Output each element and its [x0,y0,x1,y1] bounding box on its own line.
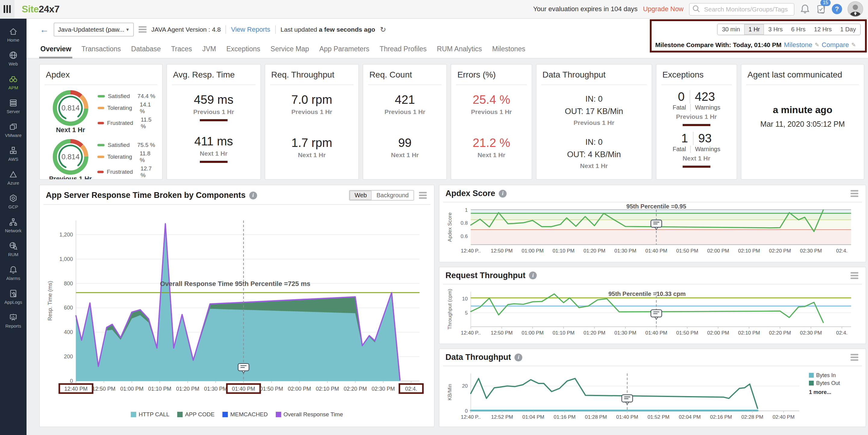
back-arrow-button[interactable]: ← [40,24,49,35]
info-icon[interactable]: i [529,271,537,279]
svg-text:01:52 PM: 01:52 PM [647,414,670,420]
upgrade-now-link[interactable]: Upgrade Now [643,5,684,13]
sidebar-item-alarms[interactable]: Alarms [0,261,27,285]
sidebar-item-network[interactable]: Network [0,213,27,237]
svg-text:02:40 PM: 02:40 PM [773,414,795,420]
monitor-selector-dropdown[interactable]: Java-Updatetest (paw... ▼ [54,23,134,36]
search-input[interactable] [689,3,795,16]
req-throughput-card: Req. Throughput 7.0 rpmPrevious 1 Hr 1.7… [265,64,359,180]
tab-jvm[interactable]: JVM [202,45,216,59]
toggle-web[interactable]: Web [350,191,372,200]
range-1hr[interactable]: 1 Hr [744,24,764,35]
info-icon[interactable]: i [249,192,257,199]
svg-text:0.814: 0.814 [61,104,80,112]
maroon-underline-annotation [683,124,710,126]
tab-overview[interactable]: Overview [40,45,71,59]
legend-item[interactable]: HTTP CALL [131,411,169,418]
apdex-gauge-previous: 0.814 Previous 1 Hr Satisfied 75.5 % Tol… [46,138,156,180]
bell-icon [800,4,810,14]
user-avatar[interactable] [847,1,863,17]
rum-globe-magnifier-icon [8,241,18,251]
sidebar-item-gcp[interactable]: GCP [0,189,27,213]
svg-text:0: 0 [70,378,73,384]
notifications-button[interactable]: 15 [815,4,827,14]
svg-text:01:28 PM: 01:28 PM [585,414,607,420]
main-area: Apdex 0.814 Next 1 Hr Satisfied 74.4 % T… [27,59,868,435]
tab-exceptions[interactable]: Exceptions [226,45,260,59]
apdex-score-chart-svg: 0.60.8195th Percentile =0.9512:40 P..12:… [445,202,860,256]
chart-menu-icon[interactable] [849,353,860,362]
sidebar-item-vmware[interactable]: VMware [0,118,27,142]
legend-item[interactable]: Overall Response Time [276,411,343,418]
tab-service-map[interactable]: Service Map [271,45,309,59]
edit-icon[interactable]: ✎ [851,41,856,48]
range-30min[interactable]: 30 min [718,24,744,35]
svg-text:01:00 PM: 01:00 PM [522,330,544,336]
sidebar-item-server[interactable]: Server [0,94,27,118]
request-throughput-panel: Request Throughput i 51095th Percentile … [439,267,866,345]
request-throughput-chart-svg: 51095th Percentile =10.33 cpm12:40 P..12… [445,285,860,338]
svg-text:02:10 PM: 02:10 PM [738,248,760,254]
svg-text:02:4.: 02:4. [405,386,417,392]
alerts-bell-button[interactable] [800,4,810,14]
toggle-background[interactable]: Background [372,191,413,200]
svg-text:01:30 PM: 01:30 PM [204,386,227,392]
tab-database[interactable]: Database [131,45,161,59]
edit-icon[interactable]: ✎ [815,41,819,48]
svg-text:12:40 P..: 12:40 P.. [461,248,481,254]
divider [275,25,276,34]
info-icon[interactable]: i [499,190,507,198]
sidebar-item-rum[interactable]: RUM [0,237,27,261]
chart-menu-icon[interactable] [418,191,428,200]
legend-item[interactable]: MEMCACHED [222,411,268,418]
chart-menu-icon[interactable] [849,271,860,280]
milestone-compare-row: Milestone Compare With: Today, 01:40 PM … [655,41,856,49]
sidebar-item-apm[interactable]: APM [0,70,27,94]
sidebar-item-azure[interactable]: Azure [0,165,27,189]
evaluation-expiry-text: Your evaluation expires in 104 days [533,5,638,13]
legend-item[interactable]: APP CODE [177,411,215,418]
sidebar-item-home[interactable]: Home [0,22,27,46]
refresh-icon[interactable]: ↻ [380,25,386,34]
tab-traces[interactable]: Traces [171,45,192,59]
server-icon [8,98,18,108]
svg-text:1,200: 1,200 [59,232,73,238]
tab-transactions[interactable]: Transactions [82,45,121,59]
sidebar-item-applogs[interactable]: AppLogs [0,285,27,308]
sidebar-item-aws[interactable]: AWS [0,142,27,165]
kpi-cards-row: Apdex 0.814 Next 1 Hr Satisfied 74.4 % T… [39,64,864,180]
panel-title: App Server Response Time Broken by Compo… [46,191,246,200]
svg-text:01:40 PM: 01:40 PM [616,414,638,420]
svg-text:0.6: 0.6 [461,233,468,239]
range-3hrs[interactable]: 3 Hrs [764,24,787,35]
tab-rum-analytics[interactable]: RUM Analytics [437,45,482,59]
info-icon[interactable]: i [515,353,522,361]
person-icon [848,2,863,16]
range-6hrs[interactable]: 6 Hrs [787,24,810,35]
compare-link[interactable]: Compare [822,41,849,49]
chart-menu-icon[interactable] [849,189,860,198]
svg-text:Overall Response Time 95th Per: Overall Response Time 95th Percentile =7… [160,280,310,288]
card-title: Data Throughput [542,70,646,80]
range-12hrs[interactable]: 12 Hrs [810,24,836,35]
tab-milestones[interactable]: Milestones [492,45,525,59]
svg-text:Bytes In: Bytes In [816,372,836,378]
site24x7-logo[interactable]: Site24x7 [22,4,59,15]
list-icon[interactable] [138,26,147,33]
app-grid-toggle-icon[interactable] [0,0,14,19]
tab-app-parameters[interactable]: App Parameters [319,45,369,59]
svg-text:600: 600 [64,305,73,311]
sidebar-item-reports[interactable]: Reports [0,308,27,332]
globe-icon [8,50,18,60]
range-1day[interactable]: 1 Day [836,24,860,35]
help-button[interactable]: ? [832,4,842,14]
agent-timestamp: Mar 11, 2020 3:05:12 PM [747,120,858,128]
svg-text:01:10 PM: 01:10 PM [148,386,171,392]
req-count-card: Req. Count 421Previous 1 Hr 99Next 1 Hr [363,64,447,180]
sidebar-item-web[interactable]: Web [0,46,27,70]
svg-text:400: 400 [64,329,73,335]
view-reports-link[interactable]: View Reports [231,26,270,33]
tab-thread-profiles[interactable]: Thread Profiles [380,45,427,59]
milestone-link[interactable]: Milestone [784,41,812,49]
svg-text:02:10 PM: 02:10 PM [316,386,339,392]
